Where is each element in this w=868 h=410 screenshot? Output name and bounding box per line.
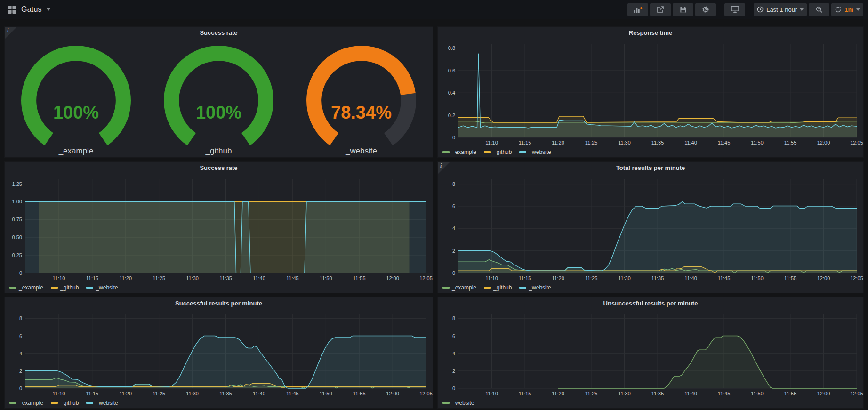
panel-success-rate-timeseries: Success rate 11:1011:1511:2011:2511:3011… <box>4 161 433 293</box>
panel-successful-results: Successful results per minute 11:1011:15… <box>4 297 433 409</box>
svg-text:11:40: 11:40 <box>684 275 697 281</box>
svg-text:12:00: 12:00 <box>386 275 399 281</box>
legend: _example_github_website <box>9 398 431 408</box>
legend: _example_github_website <box>9 282 431 293</box>
legend-series-label: _website <box>529 149 551 155</box>
legend-item[interactable]: _example <box>9 400 43 406</box>
clock-icon <box>757 6 764 13</box>
svg-text:11:25: 11:25 <box>153 275 165 281</box>
svg-text:0: 0 <box>452 386 455 391</box>
total-results-chart[interactable]: 11:1011:1511:2011:2511:3011:3511:4011:45… <box>438 174 863 282</box>
svg-text:11:50: 11:50 <box>320 391 332 396</box>
svg-text:8: 8 <box>19 315 22 321</box>
svg-text:11:35: 11:35 <box>651 275 664 281</box>
legend-series-label: _github <box>493 149 512 155</box>
svg-text:6: 6 <box>452 203 455 209</box>
legend-series-label: _website <box>452 400 474 406</box>
legend-item[interactable]: _example <box>9 284 43 291</box>
apps-grid-icon[interactable] <box>8 5 16 14</box>
settings-gear-icon <box>702 6 709 13</box>
add-panel-button[interactable] <box>627 3 648 16</box>
svg-text:100%: 100% <box>196 103 241 122</box>
panel-title[interactable]: Success rate <box>5 27 433 39</box>
svg-text:11:40: 11:40 <box>253 275 265 281</box>
top-nav-bar: Gatus <box>0 0 868 19</box>
svg-text:0: 0 <box>452 135 455 140</box>
legend-item[interactable]: _example <box>442 284 476 291</box>
svg-text:6: 6 <box>19 333 22 339</box>
svg-text:11:15: 11:15 <box>519 391 531 396</box>
legend-item[interactable]: _example <box>442 149 476 155</box>
svg-text:11:15: 11:15 <box>519 275 531 281</box>
svg-text:11:10: 11:10 <box>485 391 498 396</box>
refresh-button[interactable]: 1m <box>831 3 863 16</box>
svg-text:0.50: 0.50 <box>12 234 22 240</box>
svg-text:11:45: 11:45 <box>718 275 731 281</box>
svg-text:11:55: 11:55 <box>784 140 797 145</box>
legend: _example_github_website <box>442 147 861 157</box>
svg-text:11:20: 11:20 <box>119 275 132 281</box>
response-time-chart[interactable]: 11:1011:1511:2011:2511:3011:3511:4011:45… <box>438 39 863 147</box>
svg-text:11:40: 11:40 <box>684 391 697 396</box>
cycle-view-button[interactable] <box>724 3 745 16</box>
svg-text:11:10: 11:10 <box>485 275 498 281</box>
panel-response-time: Response time 11:1011:1511:2011:2511:301… <box>437 26 864 158</box>
svg-text:11:30: 11:30 <box>618 140 631 145</box>
legend-item[interactable]: _github <box>51 400 79 406</box>
panel-title[interactable]: Unsuccessful results per minute <box>438 297 863 310</box>
success-rate-chart[interactable]: 11:1011:1511:2011:2511:3011:3511:4011:45… <box>5 174 433 282</box>
legend-series-label: _github <box>493 284 512 291</box>
svg-text:11:45: 11:45 <box>718 140 731 145</box>
legend-series-label: _example <box>452 149 476 155</box>
legend-series-color <box>484 151 491 153</box>
share-icon <box>657 6 664 13</box>
legend-series-label: _github <box>60 400 79 406</box>
zoom-out-button[interactable] <box>809 3 829 16</box>
info-corner-icon[interactable]: i <box>5 27 17 39</box>
legend-item[interactable]: _website <box>442 400 474 406</box>
svg-text:11:10: 11:10 <box>53 275 65 281</box>
svg-text:11:20: 11:20 <box>552 391 564 396</box>
refresh-icon <box>835 6 842 13</box>
svg-text:11:20: 11:20 <box>119 391 132 396</box>
legend-item[interactable]: _website <box>86 284 118 291</box>
info-corner-icon[interactable]: i <box>438 162 450 174</box>
legend-item[interactable]: _github <box>484 149 512 155</box>
legend-series-color <box>519 287 526 289</box>
share-button[interactable] <box>650 3 671 16</box>
legend: _example_github_website <box>442 282 861 293</box>
panel-title[interactable]: Success rate <box>5 162 433 174</box>
svg-text:_example: _example <box>58 146 94 155</box>
legend-series-color <box>86 402 93 404</box>
panel-title[interactable]: Successful results per minute <box>5 297 433 310</box>
dashboard-dropdown-caret-icon[interactable] <box>47 8 50 11</box>
svg-text:11:45: 11:45 <box>286 391 299 396</box>
legend-series-color <box>9 402 16 404</box>
successful-results-chart[interactable]: 11:1011:1511:2011:2511:3011:3511:4011:45… <box>5 310 433 398</box>
dashboard-title[interactable]: Gatus <box>21 5 42 14</box>
time-range-picker[interactable]: Last 1 hour <box>754 3 807 16</box>
svg-text:12:00: 12:00 <box>817 275 830 281</box>
svg-text:_github: _github <box>205 146 232 155</box>
svg-text:0.6: 0.6 <box>448 68 455 73</box>
panel-title[interactable]: Total results per minute <box>438 162 863 174</box>
legend-item[interactable]: _website <box>86 400 118 406</box>
legend-item[interactable]: _github <box>484 284 512 291</box>
svg-text:1.25: 1.25 <box>12 181 22 187</box>
legend-item[interactable]: _website <box>519 284 551 291</box>
svg-text:12:05: 12:05 <box>850 140 863 145</box>
time-range-caret-icon <box>800 8 804 11</box>
svg-text:11:10: 11:10 <box>53 391 65 396</box>
legend-series-label: _website <box>96 284 118 291</box>
svg-text:11:40: 11:40 <box>253 391 265 396</box>
save-button[interactable] <box>673 3 693 16</box>
settings-button[interactable] <box>695 3 716 16</box>
legend-item[interactable]: _github <box>51 284 79 291</box>
svg-text:11:30: 11:30 <box>618 391 631 396</box>
svg-text:11:30: 11:30 <box>186 391 199 396</box>
unsuccessful-results-chart[interactable]: 11:1011:1511:2011:2511:3011:3511:4011:45… <box>438 310 863 398</box>
panel-title[interactable]: Response time <box>438 27 863 39</box>
legend-item[interactable]: _website <box>519 149 551 155</box>
svg-text:11:15: 11:15 <box>86 275 98 281</box>
save-icon <box>680 6 687 13</box>
